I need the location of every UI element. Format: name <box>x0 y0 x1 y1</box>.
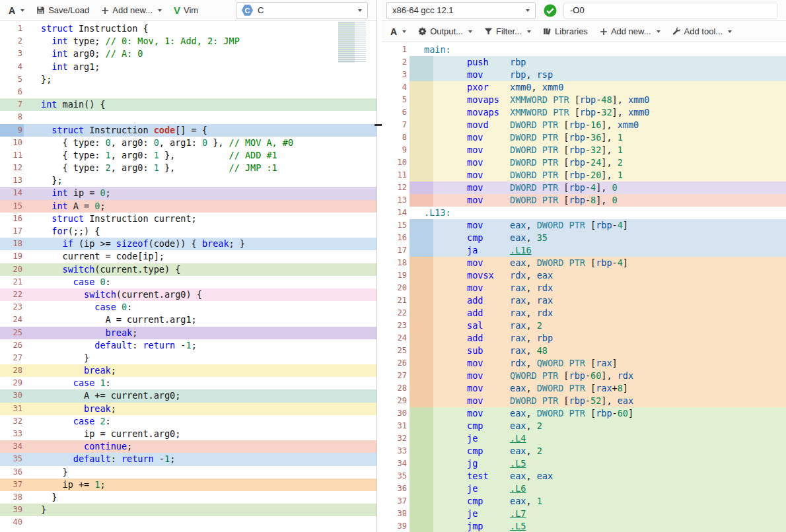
asm-line-number[interactable]: 21 <box>382 294 410 307</box>
vim-toggle-button[interactable]: V Vim <box>168 3 203 18</box>
source-line-number[interactable]: 8 <box>0 111 24 123</box>
source-line-number[interactable]: 26 <box>0 339 24 352</box>
source-line[interactable]: 1struct Instruction { <box>0 22 376 35</box>
asm-line[interactable]: 35 test eax, eax <box>382 470 786 482</box>
asm-line[interactable]: 38 je .L7 <box>382 508 786 520</box>
source-line[interactable]: 38 } <box>0 491 376 504</box>
source-line-number[interactable]: 25 <box>0 327 24 339</box>
source-line-number[interactable]: 20 <box>0 263 24 276</box>
asm-line[interactable]: 2 push rbp <box>382 56 786 69</box>
source-line[interactable]: 2 int type; // 0: Mov, 1: Add, 2: JMP <box>0 35 376 48</box>
asm-line-number[interactable]: 7 <box>382 119 410 131</box>
source-line-number[interactable]: 10 <box>0 137 24 149</box>
source-line-number[interactable]: 23 <box>0 301 24 314</box>
asm-line-number[interactable]: 12 <box>382 182 410 194</box>
source-line-number[interactable]: 4 <box>0 61 24 73</box>
asm-line-number[interactable]: 6 <box>382 106 410 119</box>
asm-line-number[interactable]: 22 <box>382 307 410 319</box>
asm-line-number[interactable]: 25 <box>382 345 410 357</box>
asm-line-number[interactable]: 37 <box>382 495 410 508</box>
source-line[interactable]: 14 int ip = 0; <box>0 187 376 199</box>
asm-line-number[interactable]: 17 <box>382 244 410 257</box>
source-line-number[interactable]: 15 <box>0 200 24 213</box>
source-line-number[interactable]: 1 <box>0 22 24 35</box>
source-line-number[interactable]: 5 <box>0 73 24 86</box>
asm-line-number[interactable]: 2 <box>382 56 410 69</box>
asm-line-number[interactable]: 11 <box>382 169 410 182</box>
asm-line[interactable]: 10 mov DWORD PTR [rbp-24], 2 <box>382 156 786 169</box>
source-line[interactable]: 18 if (ip >= sizeof(code)) { break; } <box>0 238 376 250</box>
asm-line[interactable]: 5 movaps XMMWORD PTR [rbp-48], xmm0 <box>382 94 786 106</box>
asm-line[interactable]: 14.L13: <box>382 207 786 219</box>
asm-add-new-button[interactable]: Add new... <box>594 24 666 39</box>
asm-line[interactable]: 19 movsx rdx, eax <box>382 269 786 282</box>
asm-line[interactable]: 31 cmp eax, 2 <box>382 420 786 432</box>
asm-line[interactable]: 3 mov rbp, rsp <box>382 69 786 81</box>
asm-line[interactable]: 30 mov eax, DWORD PTR [rbp-60] <box>382 407 786 420</box>
source-line-number[interactable]: 38 <box>0 491 24 504</box>
source-line[interactable]: 19 current = code[ip]; <box>0 250 376 263</box>
source-line[interactable]: 9 struct Instruction code[] = { <box>0 124 376 137</box>
asm-line[interactable]: 26 mov rdx, QWORD PTR [rax] <box>382 357 786 370</box>
asm-line[interactable]: 29 mov DWORD PTR [rbp-52], eax <box>382 395 786 407</box>
output-button[interactable]: Output... <box>413 24 478 39</box>
asm-line-number[interactable]: 18 <box>382 257 410 269</box>
source-line[interactable]: 39} <box>0 504 376 516</box>
source-line[interactable]: 13 }; <box>0 174 376 187</box>
asm-line-number[interactable]: 39 <box>382 520 410 532</box>
source-line-number[interactable]: 40 <box>0 516 24 529</box>
asm-line[interactable]: 32 je .L4 <box>382 432 786 445</box>
source-line[interactable]: 8 <box>0 111 376 123</box>
asm-line-number[interactable]: 10 <box>382 156 410 169</box>
source-line-number[interactable]: 13 <box>0 174 24 187</box>
source-line-number[interactable]: 37 <box>0 479 24 491</box>
source-line[interactable]: 37 ip += 1; <box>0 479 376 491</box>
asm-line-number[interactable]: 23 <box>382 319 410 332</box>
asm-line-number[interactable]: 32 <box>382 432 410 445</box>
asm-line[interactable]: 4 pxor xmm0, xmm0 <box>382 81 786 94</box>
asm-line[interactable]: 33 cmp eax, 2 <box>382 445 786 457</box>
asm-line-number[interactable]: 30 <box>382 407 410 420</box>
source-line-number[interactable]: 18 <box>0 238 24 250</box>
asm-line[interactable]: 12 mov DWORD PTR [rbp-4], 0 <box>382 182 786 194</box>
asm-line-number[interactable]: 38 <box>382 508 410 520</box>
asm-line-number[interactable]: 8 <box>382 131 410 144</box>
source-line[interactable]: 31 break; <box>0 403 376 415</box>
asm-line-number[interactable]: 28 <box>382 382 410 395</box>
asm-label-link[interactable]: .L7 <box>510 508 526 519</box>
asm-line-number[interactable]: 15 <box>382 219 410 232</box>
source-line[interactable]: 3 int arg0; // A: 0 <box>0 48 376 60</box>
asm-line-number[interactable]: 31 <box>382 420 410 432</box>
source-line[interactable]: 21 case 0: <box>0 276 376 288</box>
minimap[interactable] <box>338 22 366 63</box>
source-line[interactable]: 4 int arg1; <box>0 61 376 73</box>
source-line-number[interactable]: 28 <box>0 364 24 377</box>
asm-line[interactable]: 1main: <box>382 44 786 56</box>
source-line[interactable]: 36 } <box>0 466 376 479</box>
source-line-number[interactable]: 16 <box>0 213 24 225</box>
source-line-number[interactable]: 29 <box>0 377 24 389</box>
asm-line[interactable]: 24 add rax, rbp <box>382 332 786 345</box>
asm-line-number[interactable]: 19 <box>382 269 410 282</box>
asm-line[interactable]: 22 add rax, rdx <box>382 307 786 319</box>
source-line-number[interactable]: 2 <box>0 35 24 48</box>
asm-line[interactable]: 20 mov rax, rdx <box>382 282 786 294</box>
source-line[interactable]: 20 switch(current.type) { <box>0 263 376 276</box>
source-line-number[interactable]: 19 <box>0 250 24 263</box>
source-line-number[interactable]: 22 <box>0 288 24 301</box>
source-line-number[interactable]: 9 <box>0 124 24 137</box>
asm-editor[interactable]: 1main:2 push rbp3 mov rbp, rsp4 pxor xmm… <box>382 42 786 532</box>
source-line-number[interactable]: 33 <box>0 428 24 440</box>
asm-line[interactable]: 34 jg .L5 <box>382 457 786 470</box>
asm-line[interactable]: 21 add rax, rax <box>382 294 786 307</box>
libraries-button[interactable]: Libraries <box>538 24 593 39</box>
save-load-button[interactable]: Save/Load <box>31 3 94 18</box>
source-line[interactable]: 7int main() { <box>0 98 376 111</box>
asm-line-number[interactable]: 9 <box>382 144 410 156</box>
source-line-number[interactable]: 35 <box>0 453 24 465</box>
asm-line-number[interactable]: 27 <box>382 370 410 382</box>
source-line-number[interactable]: 31 <box>0 403 24 415</box>
asm-line-number[interactable]: 24 <box>382 332 410 345</box>
asm-line[interactable]: 27 mov QWORD PTR [rbp-60], rdx <box>382 370 786 382</box>
asm-line[interactable]: 39 jmp .L5 <box>382 520 786 532</box>
